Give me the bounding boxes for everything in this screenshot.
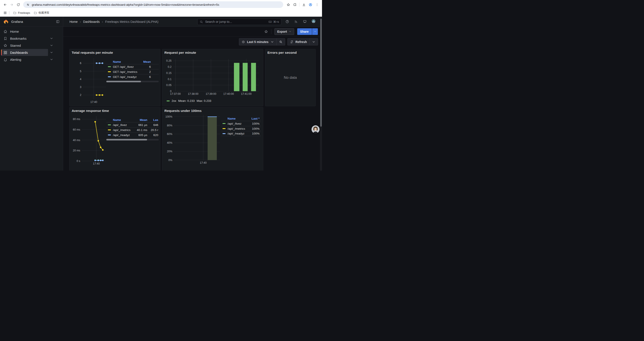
breadcrumb-dashboards[interactable]: Dashboards	[83, 20, 100, 24]
chevron-down-icon[interactable]	[50, 44, 53, 47]
sidebar-item-label: Home	[10, 30, 19, 33]
legend-row[interactable]: GET /api/_/readyz6	[106, 74, 159, 79]
sidebar-item-starred[interactable]: Starred	[1, 42, 48, 49]
legend-value: 661 µs	[133, 123, 147, 127]
user-avatar[interactable]	[312, 19, 316, 24]
request-per-minute-chart[interactable]: 0.250.20.150.10.05017:37:0017:38:0017:39…	[162, 49, 263, 106]
favorite-star-icon[interactable]	[264, 30, 268, 34]
bookmark-star-icon[interactable]	[285, 1, 292, 8]
sidebar-item-bookmarks[interactable]: Bookmarks	[1, 35, 48, 42]
grafana-title[interactable]: Grafana	[11, 20, 23, 24]
svg-text:60%: 60%	[167, 133, 172, 136]
bookmark-folder-freeleaps[interactable]: Freeleaps	[12, 10, 32, 15]
series-name[interactable]: /api/_/livez	[228, 122, 242, 125]
site-info-icon[interactable]	[26, 3, 30, 6]
dashboard-controls: Export Share	[63, 27, 322, 37]
breadcrumb-home[interactable]: Home	[70, 20, 78, 24]
search-field[interactable]	[205, 20, 266, 24]
breadcrumb-separator: ›	[102, 20, 103, 24]
apps-grid-icon[interactable]	[2, 10, 8, 16]
legend-col-header[interactable]: Las	[147, 118, 158, 122]
sidebar-toggle-icon[interactable]	[56, 20, 60, 24]
svg-text:80 ms: 80 ms	[73, 118, 80, 121]
forward-icon[interactable]	[8, 1, 15, 8]
grafana-app: Grafana Home › Dashboards › Freeleaps Me…	[0, 17, 322, 171]
legend-h-scrollbar[interactable]	[106, 139, 159, 140]
legend-row[interactable]: GET /api/_/metrics2	[106, 69, 159, 74]
time-range-picker[interactable]: Last 5 minutes	[239, 38, 276, 45]
share-button[interactable]: Share	[297, 28, 318, 35]
legend-row[interactable]: /api/_/readyz100%	[221, 131, 261, 136]
assistant-avatar[interactable]	[312, 125, 320, 133]
export-button[interactable]: Export	[274, 28, 294, 35]
svg-text:17:39:00: 17:39:00	[206, 92, 216, 96]
page-scrollbar[interactable]	[320, 17, 322, 171]
bookmark-folder-blogs[interactable]: 收藏博客	[32, 10, 51, 16]
news-rss-icon[interactable]	[294, 20, 298, 24]
legend-row[interactable]: /api/_/metrics40.1 ms20.5 r	[106, 127, 159, 132]
search-input[interactable]: ⌘+k	[197, 19, 282, 25]
extensions-icon[interactable]	[292, 1, 298, 8]
panel-title[interactable]: Request per minute	[164, 51, 196, 55]
legend-col-header[interactable]: Mean	[133, 118, 147, 122]
series-name[interactable]: /api/_/livez	[113, 123, 127, 127]
series-name[interactable]: GET /api/_/metrics	[113, 70, 138, 74]
panel-title[interactable]: Requests under 100ms	[164, 109, 202, 113]
search-icon	[200, 20, 203, 24]
browser-menu-icon[interactable]	[314, 1, 320, 8]
legend-row[interactable]: /api/_/metrics100%	[221, 126, 261, 131]
scrollbar-thumb[interactable]	[320, 19, 322, 127]
legend-row[interactable]: /api/_/livez100%	[221, 121, 261, 126]
series-name[interactable]: /api/_/metrics	[228, 127, 245, 130]
download-icon[interactable]	[300, 1, 307, 8]
refresh-button[interactable]: Refresh	[288, 38, 309, 45]
toolbar-divider	[299, 3, 300, 7]
series-name[interactable]: GET /api/_/livez	[113, 65, 134, 69]
zoom-out-button[interactable]	[277, 38, 285, 45]
chevron-down-icon[interactable]	[50, 58, 53, 61]
legend-col-name[interactable]: Name	[106, 60, 138, 63]
profile-icon[interactable]	[307, 1, 314, 8]
legend-value: 620	[147, 133, 158, 137]
legend-row[interactable]: /api/_/livez661 µs646	[106, 122, 159, 127]
legend-col-header[interactable]: Last *	[247, 117, 260, 120]
grafana-logo-icon[interactable]	[3, 19, 9, 24]
series-name[interactable]: 2xx	[172, 99, 176, 103]
monitor-icon[interactable]	[303, 20, 307, 24]
sidebar-item-dashboards[interactable]: Dashboards	[1, 49, 48, 56]
svg-text:0.15: 0.15	[166, 72, 172, 75]
sidebar-item-alerting[interactable]: Alerting	[1, 56, 48, 63]
share-dropdown-button[interactable]	[312, 28, 318, 35]
legend-col-name[interactable]: Name	[221, 117, 247, 120]
legend-row[interactable]: GET /api/_/livez6	[106, 64, 159, 69]
series-name[interactable]: GET /api/_/readyz	[113, 75, 137, 79]
legend-h-scrollbar[interactable]	[106, 81, 159, 82]
panel-title[interactable]: Total requests per minute	[72, 51, 113, 55]
series-name[interactable]: /api/_/readyz	[228, 132, 244, 135]
help-icon[interactable]	[286, 20, 289, 24]
legend-table: NameMeanLas/api/_/livez661 µs646/api/_/m…	[106, 118, 159, 140]
reload-icon[interactable]	[15, 1, 22, 8]
legend-col-name[interactable]: Name	[106, 118, 133, 122]
sidebar: HomeBookmarksStarredDashboardsAlerting	[0, 27, 63, 171]
refresh-interval-dropdown[interactable]	[310, 38, 318, 45]
svg-text:17:38:00: 17:38:00	[188, 92, 198, 96]
legend[interactable]: 2xx Mean: 0.233 Max: 0.233	[166, 99, 211, 103]
legend-col-header[interactable]: Mean	[138, 60, 151, 63]
url-text[interactable]: grafana.mathmast.com/d/deytv4rwavabkb/fr…	[32, 3, 280, 6]
svg-text:80%: 80%	[167, 124, 172, 127]
sidebar-item-home[interactable]: Home	[1, 28, 48, 35]
back-icon[interactable]	[2, 1, 8, 8]
legend-value: 100%	[247, 122, 260, 125]
search-shortcut: ⌘+k	[268, 20, 279, 24]
chevron-down-icon[interactable]	[50, 37, 53, 40]
svg-text:0%: 0%	[168, 159, 172, 162]
panel-title[interactable]: Average response time	[72, 109, 109, 113]
share-button-label[interactable]: Share	[297, 28, 312, 35]
url-bar[interactable]: grafana.mathmast.com/d/deytv4rwavabkb/fr…	[23, 1, 283, 8]
chevron-down-icon[interactable]	[50, 51, 53, 54]
series-name[interactable]: /api/_/metrics	[113, 128, 130, 132]
series-name[interactable]: /api/_/readyz	[113, 133, 130, 137]
svg-text:20 ms: 20 ms	[73, 149, 80, 152]
legend-row[interactable]: /api/_/readyz605 µs620	[106, 132, 159, 137]
